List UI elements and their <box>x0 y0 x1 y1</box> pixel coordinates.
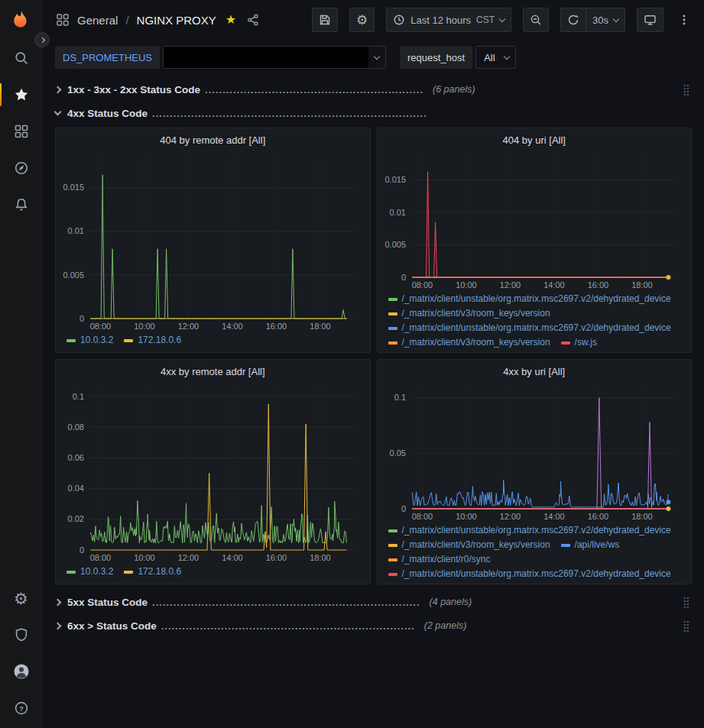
svg-text:0.005: 0.005 <box>63 270 84 280</box>
legend-label: /_matrix/client/unstable/org.matrix.msc2… <box>402 321 671 335</box>
refresh-icon <box>567 14 579 26</box>
svg-text:0.04: 0.04 <box>68 484 84 493</box>
legend-item[interactable]: /_matrix/client/v3/room_keys/version <box>388 538 550 552</box>
svg-text:12:00: 12:00 <box>178 322 200 331</box>
row-panel-count: (4 panels) <box>430 597 472 607</box>
legend-item[interactable]: /_matrix/client/unstable/org.matrix.msc2… <box>388 292 671 306</box>
chart-4xx-by-uri[interactable]: 08:0010:0012:0014:0016:0018:0000.050.1 <box>384 381 686 523</box>
legend-item[interactable]: /_matrix/client/unstable/org.matrix.msc2… <box>388 523 671 538</box>
row-dots: ........................................… <box>161 620 415 632</box>
sidebar-item-dashboards[interactable] <box>0 113 42 150</box>
sidebar-item-server-admin[interactable] <box>0 616 42 653</box>
clock-icon <box>393 14 405 26</box>
chevron-right-icon <box>54 622 62 629</box>
legend-item[interactable]: /_matrix/client/unstable/org.matrix.msc2… <box>388 321 671 335</box>
sidebar-item-explore[interactable] <box>0 150 42 186</box>
panel-title[interactable]: 4xx by remote addr [All] <box>62 363 364 381</box>
legend-label: /api/live/ws <box>575 538 620 552</box>
svg-text:10:00: 10:00 <box>134 322 155 331</box>
legend-label: /_matrix/client/v3/room_keys/version <box>402 538 550 552</box>
chevron-down-icon <box>54 108 62 115</box>
row-header-5xx[interactable]: 5xx Status Code ........................… <box>55 591 692 613</box>
legend-item[interactable]: /_matrix/client/v3/room_keys/version <box>388 335 550 348</box>
compass-icon <box>14 160 29 176</box>
legend-item[interactable]: 172.18.0.6 <box>124 565 181 579</box>
chart-404-by-remote-addr[interactable]: 08:0010:0012:0014:0016:0018:0000.0050.01… <box>62 150 364 332</box>
refresh-button[interactable] <box>560 8 586 32</box>
svg-text:0.08: 0.08 <box>68 422 84 432</box>
share-icon[interactable] <box>247 14 259 26</box>
panel-title[interactable]: 404 by remote addr [All] <box>62 131 364 150</box>
chart-404-by-uri[interactable]: 08:0010:0012:0014:0016:0018:0000.0050.01… <box>384 150 686 291</box>
svg-text:?: ? <box>19 704 24 713</box>
panel-404-by-uri: 404 by uri [All] 08:0010:0012:0014:0016:… <box>377 128 693 353</box>
legend-item[interactable]: 10.0.3.2 <box>67 333 113 348</box>
svg-text:10:00: 10:00 <box>456 512 477 521</box>
legend-swatch-icon <box>388 298 397 301</box>
dashboard-settings-button[interactable]: ⚙ <box>349 8 375 32</box>
svg-text:0: 0 <box>79 314 84 323</box>
grafana-logo[interactable] <box>0 0 41 40</box>
shield-icon <box>14 627 29 642</box>
legend-swatch-icon <box>388 341 397 345</box>
row-header-1xx-3xx-2xx[interactable]: 1xx - 3xx - 2xx Status Code ............… <box>55 79 692 100</box>
legend-label: 172.18.0.6 <box>138 565 181 579</box>
sidebar-expand-button[interactable] <box>34 32 50 47</box>
drag-handle[interactable]: ⣿ <box>681 83 692 95</box>
chart-4xx-by-remote-addr[interactable]: 08:0010:0012:0014:0016:0018:0000.020.040… <box>62 381 364 564</box>
legend-item[interactable]: /_matrix/client/r0/sync <box>388 552 491 567</box>
svg-text:10:00: 10:00 <box>456 280 477 290</box>
page-title[interactable]: NGINX PROXY <box>137 14 216 27</box>
legend-swatch-icon <box>124 339 133 342</box>
datasource-select[interactable] <box>163 46 386 69</box>
refresh-interval-dropdown[interactable]: 30s <box>586 8 625 32</box>
panel-title[interactable]: 4xx by uri [All] <box>384 363 686 381</box>
legend-item[interactable]: 10.0.3.2 <box>67 565 113 579</box>
refresh-interval-label: 30s <box>592 15 608 26</box>
legend-label: 172.18.0.6 <box>138 333 181 348</box>
legend-item[interactable]: /sw.js <box>561 335 597 348</box>
row-panel-count: (6 panels) <box>433 84 475 95</box>
save-dashboard-button[interactable] <box>312 8 338 32</box>
apps-grid-icon[interactable] <box>56 13 70 27</box>
legend-swatch-icon <box>388 327 397 330</box>
legend-item[interactable]: /_matrix/client/v3/room_keys/version <box>388 306 550 321</box>
sidebar-item-help[interactable]: ? <box>0 690 42 726</box>
gear-icon: ⚙ <box>356 14 368 27</box>
sidebar-item-alerting[interactable] <box>0 186 42 223</box>
svg-text:0.01: 0.01 <box>68 226 84 235</box>
datasource-value-redacted <box>164 47 368 68</box>
drag-handle[interactable]: ⣿ <box>681 620 692 632</box>
panel-title[interactable]: 404 by uri [All] <box>384 131 686 150</box>
svg-text:12:00: 12:00 <box>499 512 521 521</box>
time-picker-button[interactable]: Last 12 hours CST <box>386 8 511 32</box>
legend-swatch-icon <box>124 571 133 574</box>
legend-item[interactable]: /api/live/ws <box>561 538 620 552</box>
chevron-down-icon <box>613 15 619 21</box>
sidebar-item-search[interactable] <box>0 40 42 76</box>
time-range-label: Last 12 hours <box>410 15 471 26</box>
breadcrumb-section[interactable]: General <box>77 14 118 27</box>
legend-label: /_matrix/client/v3/room_keys/version <box>402 335 550 348</box>
request-host-select[interactable]: All <box>475 46 515 69</box>
legend-label: /_matrix/client/r0/sync <box>402 552 491 567</box>
sidebar-item-starred[interactable] <box>0 76 42 113</box>
favorite-star-icon[interactable]: ★ <box>225 14 236 26</box>
tv-mode-button[interactable] <box>637 8 663 32</box>
sidebar-item-configuration[interactable]: ⚙ <box>0 580 42 616</box>
zoom-out-button[interactable] <box>523 8 549 32</box>
legend-item[interactable]: 172.18.0.6 <box>124 333 181 348</box>
drag-handle[interactable]: ⣿ <box>681 596 692 608</box>
panel-404-by-remote-addr: 404 by remote addr [All] 08:0010:0012:00… <box>55 128 371 353</box>
svg-text:16:00: 16:00 <box>266 322 287 331</box>
legend-item[interactable]: /_matrix/client/unstable/org.matrix.msc2… <box>388 567 671 579</box>
grafana-app: ⚙ ? <box>0 0 704 728</box>
row-header-4xx[interactable]: 4xx Status Code ........................… <box>55 102 692 124</box>
svg-text:16:00: 16:00 <box>266 553 287 562</box>
kebab-menu-button[interactable] <box>675 8 693 32</box>
row-header-6xx[interactable]: 6xx > Status Code ......................… <box>55 615 692 636</box>
legend-label: /sw.js <box>575 335 597 348</box>
variable-request-host: request_host All <box>400 46 516 69</box>
sidebar-item-profile[interactable] <box>0 653 42 690</box>
svg-text:0: 0 <box>401 273 405 282</box>
